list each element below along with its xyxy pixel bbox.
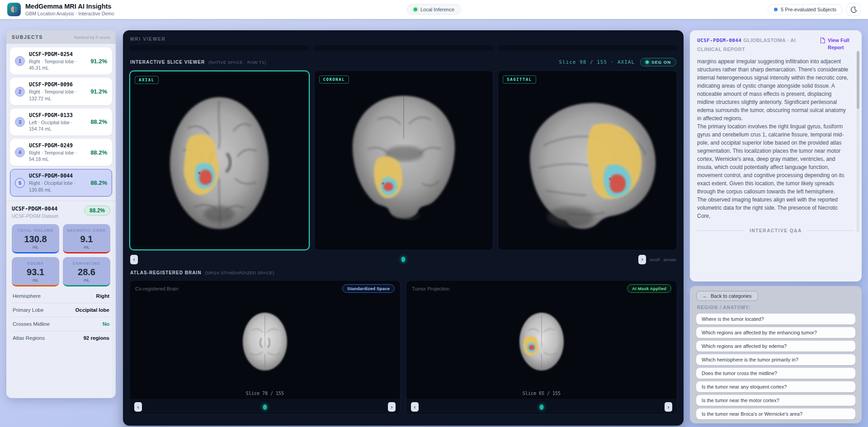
meta-row: Hemisphere Right xyxy=(12,289,110,303)
subject-fscore: 88.2% xyxy=(90,179,107,186)
subject-description: Left · Occipital lobe · 154.74 mL xyxy=(29,119,83,132)
slice-viewer-row: AXIAL xyxy=(129,70,677,250)
slice-viewer-subtitle: (NATIVE SPACE · RAW T1) xyxy=(208,60,266,65)
report-heading: UCSF-PDGM-0044GLIOBLASTOMA · AI CLINICAL… xyxy=(697,36,814,53)
atlas-panel-tumor-projection[interactable]: Tumor Projection AI Mask Applied xyxy=(406,280,677,415)
qa-question-chip[interactable]: Does the tumor cross the midline? xyxy=(696,368,855,379)
qa-question-chip[interactable]: Is the tumor near the motor cortex? xyxy=(696,395,855,406)
back-arrow-icon: ← xyxy=(703,293,708,299)
slice-viewer-title: INTERACTIVE SLICE VIEWER xyxy=(130,60,205,65)
subject-rank-badge: 4 xyxy=(15,147,25,157)
report-paragraph: margins appear irregular suggesting infi… xyxy=(697,57,849,122)
subject-id: UCSF-PDGM-0044 xyxy=(29,173,86,179)
subject-fscore: 88.2% xyxy=(90,149,107,156)
stat-label: ENHANCING xyxy=(65,261,108,266)
clinical-report-card: UCSF-PDGM-0044GLIOBLASTOMA · AI CLINICAL… xyxy=(690,30,862,282)
tumor-projection-next-button[interactable]: › xyxy=(665,402,672,412)
slice-panel-coronal[interactable]: CORONAL xyxy=(314,70,494,250)
scroll-hint: scroll · arrows xyxy=(650,257,676,262)
subject-card[interactable]: 5 UCSF-PDGM-0044 Right · Occipital lobe … xyxy=(10,169,112,196)
subject-id: UCSF-PDGM-0096 xyxy=(29,81,86,88)
subjects-sidebar: SUBJECTS Ranked by F-score 1 UCSF-PDGM-0… xyxy=(6,30,116,398)
report-paragraph: The primary location involves the right … xyxy=(697,122,849,196)
volume-stat-card: EDEMA 93.1 mL xyxy=(12,257,59,286)
qa-question-chip[interactable]: Where is the tumor located? xyxy=(696,314,855,324)
subject-rank-badge: 1 xyxy=(15,56,25,66)
blue-status-dot xyxy=(774,8,778,11)
viewer-title: MRI VIEWER xyxy=(130,37,676,42)
tumor-projection-page-dot xyxy=(540,404,544,410)
subject-fscore: 91.2% xyxy=(90,88,107,95)
atlas-panel-coregistered[interactable]: Co-registered Brain Standardized Space xyxy=(129,280,401,415)
report-text: margins appear irregular suggesting infi… xyxy=(697,57,854,220)
subject-list: 1 UCSF-PDGM-0254 Right · Temporal lobe ·… xyxy=(6,44,116,201)
meta-row: Atlas Regions 92 regions xyxy=(12,331,110,345)
subject-id: UCSF-PDGM-0133 xyxy=(29,112,86,118)
tumor-projection-scroll-controls: ‹ › xyxy=(406,399,677,414)
subject-description: Right · Temporal lobe · 45.31 mL xyxy=(29,58,83,71)
subject-description: Right · Temporal lobe · 54.18 mL xyxy=(29,150,83,162)
coregistered-prev-button[interactable]: ‹ xyxy=(134,402,142,412)
volume-stat-card: NECROTIC CORE 9.1 mL xyxy=(63,224,110,253)
pre-evaluated-subjects-badge: 5 Pre-evaluated Subjects xyxy=(768,4,843,15)
report-paragraph: The observed imaging features align well… xyxy=(697,196,849,220)
qa-question-chip[interactable]: Which hemisphere is the tumor primarily … xyxy=(696,354,855,365)
stat-value: 28.6 xyxy=(65,267,108,277)
meta-value: Right xyxy=(96,293,109,299)
detail-dataset: UCSF-PDGM Dataset xyxy=(12,213,58,219)
qa-question-chip[interactable]: Which regions are affected by edema? xyxy=(696,341,855,352)
subject-card[interactable]: 3 UCSF-PDGM-0133 Left · Occipital lobe ·… xyxy=(10,108,112,136)
coregistered-next-button[interactable]: › xyxy=(388,402,396,412)
volume-stat-grid: TOTAL VOLUME 130.8 mL NECROTIC CORE 9.1 … xyxy=(12,224,110,286)
detail-score-badge: 88.2% xyxy=(84,206,110,216)
subject-detail-panel: UCSF-PDGM-0044 UCSF-PDGM Dataset 88.2% T… xyxy=(6,201,116,345)
slice-prev-button[interactable]: ‹ xyxy=(130,255,138,264)
local-inference-badge: Local Inference xyxy=(407,4,461,15)
qa-question-chip[interactable]: Is the tumor near Broca's or Wernicke's … xyxy=(696,408,855,419)
axial-mri-image xyxy=(145,76,294,244)
coronal-badge: CORONAL xyxy=(319,75,349,84)
subject-rank-badge: 3 xyxy=(15,117,25,127)
subject-id: UCSF-PDGM-0254 xyxy=(29,51,86,57)
moon-icon xyxy=(850,6,857,13)
subject-fscore: 91.2% xyxy=(90,58,107,65)
slice-panel-sagittal[interactable]: SAGITTAL xyxy=(498,70,677,250)
coregistered-title: Co-registered Brain xyxy=(135,286,178,291)
slice-page-dot xyxy=(401,257,406,262)
qa-question-chip[interactable]: Is the tumor near any eloquent cortex? xyxy=(696,381,855,392)
slice-next-button[interactable]: › xyxy=(638,255,646,264)
coregistered-page-dot xyxy=(263,404,267,410)
view-full-report-link[interactable]: View Full Report xyxy=(820,36,854,53)
subjects-header: SUBJECTS Ranked by F-score xyxy=(6,30,116,44)
app-header: MedGemma MRI AI Insights GBM Location An… xyxy=(0,0,868,19)
stat-value: 9.1 xyxy=(65,234,108,244)
report-scrollbar[interactable] xyxy=(857,51,859,232)
stat-value: 130.8 xyxy=(14,234,57,244)
green-status-dot xyxy=(414,8,417,11)
meta-row: Crosses Midline No xyxy=(12,317,110,331)
meta-label: Crosses Midline xyxy=(13,321,50,327)
stat-label: NECROTIC CORE xyxy=(65,228,108,233)
meta-label: Primary Lobe xyxy=(13,307,43,313)
mri-viewer-panel: MRI VIEWER INTERACTIVE SLICE VIEWER (NAT… xyxy=(123,30,684,426)
subject-card[interactable]: 4 UCSF-PDGM-0249 Right · Temporal lobe ·… xyxy=(10,139,112,166)
subject-fscore: 88.2% xyxy=(90,118,107,125)
tumor-projection-prev-button[interactable]: ‹ xyxy=(411,402,419,412)
app-logo-brain-icon xyxy=(7,3,21,16)
stat-unit: mL xyxy=(14,245,57,249)
subject-rank-badge: 5 xyxy=(15,178,25,188)
report-scrollbar-thumb[interactable] xyxy=(857,51,859,109)
slice-panel-axial[interactable]: AXIAL xyxy=(129,70,310,250)
tumor-projection-slice-label: Slice 65 / 155 xyxy=(523,391,561,396)
interactive-qa-divider: INTERACTIVE Q&A xyxy=(697,228,854,233)
meta-label: Hemisphere xyxy=(13,293,41,299)
dark-mode-toggle-button[interactable] xyxy=(846,3,861,16)
subject-rank-badge: 2 xyxy=(15,87,25,97)
seg-toggle[interactable]: SEG ON xyxy=(640,58,676,66)
standardized-space-badge: Standardized Space xyxy=(342,284,395,293)
stat-label: EDEMA xyxy=(14,261,57,266)
subject-card[interactable]: 1 UCSF-PDGM-0254 Right · Temporal lobe ·… xyxy=(10,47,112,75)
back-to-categories-button[interactable]: ← Back to categories xyxy=(696,291,758,301)
qa-question-chip[interactable]: Which regions are affected by the enhanc… xyxy=(696,327,855,338)
subject-card[interactable]: 2 UCSF-PDGM-0096 Right · Temporal lobe ·… xyxy=(10,78,112,105)
